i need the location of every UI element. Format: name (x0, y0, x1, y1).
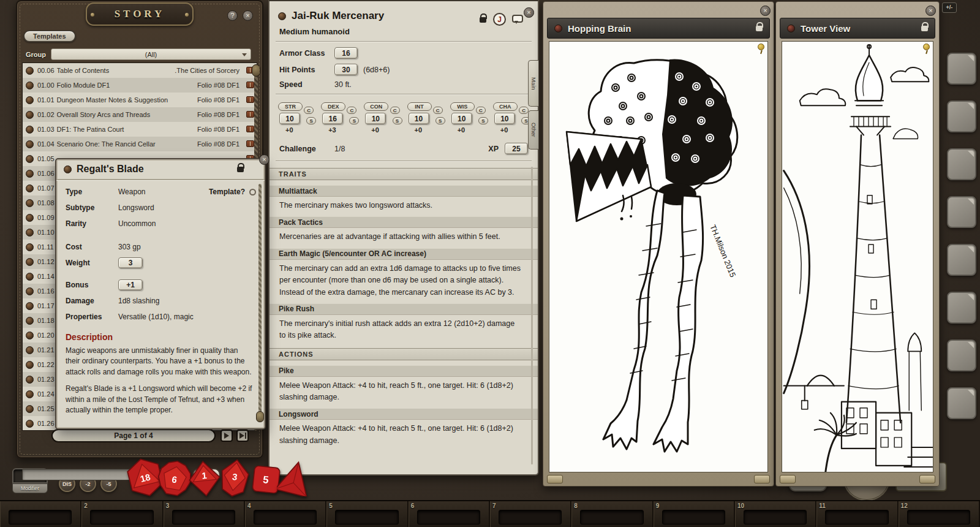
weight-field[interactable]: 3 (118, 257, 143, 268)
last-page-button[interactable] (236, 430, 249, 442)
close-button[interactable]: × (524, 7, 534, 18)
hotkey-box[interactable] (9, 510, 72, 525)
hotkey-slot[interactable]: 8 (571, 501, 653, 527)
sidebar-shortcut-slot[interactable] (947, 387, 976, 419)
image-canvas[interactable]: TH.Milson 2015 (549, 41, 768, 472)
ability-score-field[interactable]: 10 (494, 113, 515, 124)
sidebar-shortcut-slot[interactable] (947, 53, 976, 85)
hotkey-slot[interactable]: 12 (899, 501, 980, 527)
lock-icon[interactable] (756, 26, 763, 31)
templates-button[interactable]: Templates (23, 30, 76, 42)
hotkey-box[interactable] (90, 510, 153, 525)
hotkey-slot[interactable]: 11 (816, 501, 898, 527)
close-button[interactable]: × (760, 6, 771, 16)
hotkey-box[interactable] (662, 510, 725, 525)
book-icon[interactable] (246, 140, 254, 147)
ability-score-field[interactable]: 16 (322, 113, 343, 124)
entry-bullet-icon[interactable] (26, 346, 34, 354)
damage-value[interactable]: 1d8 slashing (118, 297, 159, 305)
hotkey-box[interactable] (825, 510, 888, 525)
story-list-item[interactable]: 01.03 DF1: The Patina Court Folio #08 DF… (23, 122, 257, 137)
ability-check-button[interactable]: C (390, 107, 400, 114)
entry-bullet-icon[interactable] (26, 302, 34, 310)
hotkey-slot[interactable]: 6 (409, 501, 490, 527)
entry-bullet-icon[interactable] (26, 67, 34, 75)
story-window-title[interactable]: STORY (86, 2, 194, 26)
lock-icon[interactable] (921, 26, 928, 31)
npc-scrollbar[interactable] (531, 167, 533, 464)
entry-bullet-icon[interactable] (26, 184, 34, 192)
close-button[interactable]: × (243, 10, 253, 21)
entry-bullet-icon[interactable] (26, 140, 34, 148)
item-scrollbar[interactable] (258, 184, 262, 422)
entry-bullet-icon[interactable] (26, 214, 34, 222)
image-window-titlebar[interactable]: Hopping Brain (547, 18, 770, 39)
hotkey-slot[interactable]: 10 (735, 501, 816, 527)
trait-name[interactable]: Pack Tactics (270, 216, 538, 228)
entry-bullet-icon[interactable] (26, 82, 34, 89)
template-radio[interactable] (249, 189, 256, 195)
entry-bullet-icon[interactable] (26, 111, 34, 119)
die-d10[interactable]: 3 (217, 458, 252, 498)
ability-check-button[interactable]: C (519, 107, 529, 114)
hotkey-box[interactable] (335, 510, 398, 525)
ability-save-button[interactable]: S (478, 117, 488, 124)
hotkey-slot[interactable]: 2 (81, 501, 163, 527)
sidebar-shortcut-slot[interactable] (947, 100, 976, 132)
sidebar-shortcut-slot[interactable] (947, 339, 976, 371)
ability-score-field[interactable]: 10 (365, 113, 386, 124)
type-value[interactable]: Weapon (118, 188, 145, 196)
entry-bullet-icon[interactable] (26, 420, 34, 428)
hotkey-box[interactable] (580, 510, 643, 525)
scrollbar-knob[interactable] (256, 411, 264, 422)
ability-score-field[interactable]: 10 (279, 113, 300, 124)
ability-save-button[interactable]: S (435, 117, 445, 124)
subtype-value[interactable]: Longsword (118, 203, 154, 212)
entry-bullet-icon[interactable] (26, 287, 34, 295)
ability-check-button[interactable]: C (304, 107, 314, 114)
pin-icon[interactable] (758, 44, 764, 50)
hotkey-slot[interactable]: 3 (164, 501, 245, 527)
hit-points-field[interactable]: 30 (334, 64, 358, 75)
entry-bullet-icon[interactable] (26, 390, 34, 398)
entry-bullet-icon[interactable] (26, 361, 34, 369)
bonus-field[interactable]: +1 (118, 279, 143, 290)
challenge-value[interactable]: 1/8 (334, 145, 345, 153)
hotkey-box[interactable] (907, 510, 970, 525)
story-list-item[interactable]: 01.02 Overall Story Arcs and Threads Fol… (23, 107, 257, 122)
properties-value[interactable]: Versatile (1d10), magic (118, 313, 194, 321)
book-icon[interactable] (246, 96, 254, 103)
ability-check-button[interactable]: C (476, 107, 486, 114)
hotkey-box[interactable] (172, 510, 235, 525)
ability-modifier[interactable]: +0 (458, 126, 490, 134)
rarity-value[interactable]: Uncommon (118, 219, 156, 228)
ability-save-button[interactable]: S (306, 117, 316, 124)
close-button[interactable]: × (259, 154, 270, 165)
entry-bullet-icon[interactable] (26, 376, 34, 384)
hotkey-box[interactable] (254, 510, 317, 525)
ability-save-button[interactable]: S (393, 117, 402, 124)
lock-icon[interactable] (237, 167, 244, 172)
story-list-item[interactable]: 01.04 Scenario One: The Rancid Cellar Fo… (23, 137, 257, 151)
ability-modifier[interactable]: +3 (328, 126, 361, 134)
image-canvas[interactable] (782, 41, 933, 472)
ability-check-button[interactable]: C (347, 107, 356, 114)
armor-class-field[interactable]: 16 (334, 47, 358, 59)
help-button[interactable]: ? (227, 10, 238, 21)
trait-name[interactable]: Multiattack (270, 185, 538, 197)
xp-field[interactable]: 25 (505, 143, 528, 154)
tab-other[interactable]: Other (528, 110, 538, 150)
tab-main[interactable]: Main (528, 60, 538, 107)
group-dropdown[interactable]: (All) (51, 48, 251, 60)
ability-modifier[interactable]: +0 (371, 126, 404, 134)
scrollbar-knob[interactable] (252, 64, 260, 77)
speech-bubble-icon[interactable] (512, 15, 523, 23)
sidebar-shortcut-slot[interactable] (947, 244, 976, 276)
entry-bullet-icon[interactable] (26, 273, 34, 281)
ability-check-button[interactable]: C (433, 107, 443, 114)
close-button[interactable]: × (925, 6, 936, 16)
book-icon[interactable] (246, 111, 254, 118)
cost-value[interactable]: 303 gp (118, 243, 141, 251)
entry-bullet-icon[interactable] (26, 317, 34, 325)
action-name[interactable]: Pike (270, 365, 538, 377)
